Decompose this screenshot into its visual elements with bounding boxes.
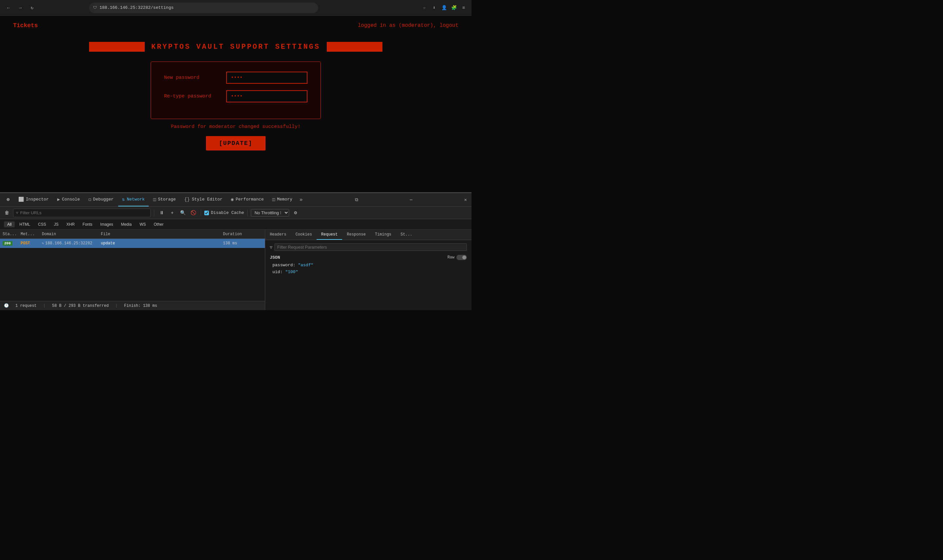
toolbar-separator-2 (201, 210, 201, 216)
top-nav: Tickets logged in as (moderator), logout (0, 16, 471, 35)
page-title: KRYPTOS VAULT SUPPORT SETTINGS (151, 43, 320, 51)
forward-button[interactable]: → (16, 3, 25, 12)
devtools-body: Sta... Met... Domain File Duration 200 P… (0, 230, 471, 310)
search-button[interactable]: 🔍 (179, 209, 187, 217)
memory-icon: ◫ (272, 197, 275, 202)
password-key: password: (272, 263, 295, 268)
dock-button[interactable]: ⧉ (353, 197, 360, 203)
clear-network-button[interactable]: 🗑 (3, 209, 11, 217)
menu-icon[interactable]: ≡ (460, 4, 468, 12)
pause-button[interactable]: ⏸ (157, 209, 166, 217)
json-section-header: JSON Raw (270, 255, 467, 260)
filter-other[interactable]: Other (150, 222, 167, 227)
filter-images[interactable]: Images (97, 222, 116, 227)
browser-toolbar-icons: ☆ ⬇ 👤 🧩 ≡ (420, 4, 468, 12)
filter-ws[interactable]: WS (136, 222, 149, 227)
filter-all[interactable]: All (4, 222, 15, 227)
update-button[interactable]: [UPDATE] (206, 136, 265, 151)
tab-timings[interactable]: Timings (370, 230, 396, 240)
tab-st[interactable]: St... (396, 230, 417, 240)
status-cell: 200 (3, 241, 21, 246)
extensions-icon[interactable]: 🧩 (450, 4, 458, 12)
filter-request-input[interactable] (275, 243, 467, 251)
filter-js[interactable]: JS (51, 222, 62, 227)
tab-network[interactable]: ⇅ Network (118, 193, 149, 206)
tab-performance[interactable]: ◉ Performance (227, 193, 267, 206)
filter-media[interactable]: Media (117, 222, 135, 227)
filter-html[interactable]: HTML (16, 222, 33, 227)
more-tabs-button[interactable]: » (297, 197, 306, 203)
tab-storage[interactable]: ◫ Storage (149, 193, 180, 206)
toggle-track[interactable] (457, 255, 467, 260)
user-status: logged in as (moderator), logout (358, 23, 458, 28)
request-count: 1 request (15, 303, 37, 308)
domain-value: 188.166.146.25:32282 (45, 241, 92, 246)
network-icon: ⇅ (122, 197, 125, 202)
filter-url-wrap: ▽ (13, 209, 151, 217)
browser-chrome: ← → ↻ 🛡 188.166.146.25:32282/settings ☆ … (0, 0, 471, 16)
tab-style-editor[interactable]: {} Style Editor (181, 193, 226, 206)
tab-console[interactable]: ▶ Console (53, 193, 84, 206)
block-button[interactable]: 🚫 (189, 209, 198, 217)
tab-inspector[interactable]: ⬜ Inspector (14, 193, 53, 206)
method-cell: POST (21, 241, 42, 246)
network-columns: Sta... Met... Domain File Duration (0, 230, 265, 239)
profile-icon[interactable]: 👤 (440, 4, 448, 12)
back-button[interactable]: ← (4, 3, 13, 12)
tab-request[interactable]: Request (316, 230, 342, 240)
network-empty-space (0, 248, 265, 301)
json-params: password: "asdf" uid: "100" (270, 263, 467, 274)
transfer-info: 58 B / 293 B transferred (52, 303, 109, 308)
request-body: ▽ JSON Raw (265, 240, 471, 310)
settings-form: New password Re-type password (151, 62, 321, 119)
param-row-password: password: "asdf" (272, 263, 467, 268)
tab-headers[interactable]: Headers (265, 230, 291, 240)
filter-url-input[interactable] (20, 210, 148, 215)
retype-password-label: Re-type password (164, 94, 220, 99)
bookmark-star-icon[interactable]: ☆ (420, 4, 428, 12)
overflow-button[interactable]: ⋯ (408, 197, 415, 203)
raw-toggle[interactable] (457, 255, 467, 260)
console-icon: ▶ (57, 197, 60, 202)
new-password-label: New password (164, 75, 220, 80)
storage-label: Storage (158, 197, 176, 202)
network-label: Network (127, 197, 145, 202)
retype-password-input[interactable] (226, 90, 307, 102)
toggle-thumb (462, 255, 466, 259)
page-content: Tickets logged in as (moderator), logout… (0, 16, 471, 192)
refresh-button[interactable]: ↻ (28, 3, 37, 12)
tab-memory[interactable]: ◫ Memory (269, 193, 296, 206)
download-icon[interactable]: ⬇ (430, 4, 438, 12)
settings-gear-button[interactable]: ⚙ (291, 209, 299, 217)
filter-fonts[interactable]: Fonts (79, 222, 96, 227)
devtools-pick-button[interactable]: ⊕ (3, 193, 14, 206)
close-devtools-button[interactable]: ✕ (462, 197, 469, 203)
disable-cache-checkbox[interactable] (204, 211, 209, 215)
throttle-select[interactable]: No Throttling ⁝ (251, 209, 289, 217)
password-val: "asdf" (298, 263, 313, 268)
memory-label: Memory (277, 197, 292, 202)
new-password-input[interactable] (226, 72, 307, 84)
pick-icon: ⊕ (6, 196, 10, 203)
duration-cell: 138 ms (223, 241, 262, 246)
col-header-domain: Domain (42, 232, 101, 237)
tickets-link[interactable]: Tickets (13, 22, 38, 29)
network-row-update[interactable]: 200 POST ✎ 188.166.146.25:32282 update 1… (0, 239, 265, 248)
col-header-duration: Duration (223, 232, 262, 237)
param-row-uid: uid: "100" (272, 269, 467, 274)
heading-bar-left (89, 42, 145, 52)
add-button[interactable]: + (168, 209, 176, 217)
success-message: Password for moderator changed successfu… (0, 124, 471, 129)
tab-cookies[interactable]: Cookies (291, 230, 316, 240)
filter-xhr[interactable]: XHR (63, 222, 78, 227)
request-panel: Headers Cookies Request Response Timings… (265, 230, 471, 310)
filter-css[interactable]: CSS (35, 222, 49, 227)
address-bar[interactable]: 🛡 188.166.146.25:32282/settings (89, 3, 318, 13)
tab-response[interactable]: Response (342, 230, 370, 240)
col-header-file: File (101, 232, 223, 237)
col-header-method: Met... (21, 232, 42, 237)
raw-wrap: Raw (447, 255, 467, 260)
tab-debugger[interactable]: ◻ Debugger (85, 193, 117, 206)
raw-label: Raw (447, 255, 454, 260)
col-header-status: Sta... (3, 232, 21, 237)
